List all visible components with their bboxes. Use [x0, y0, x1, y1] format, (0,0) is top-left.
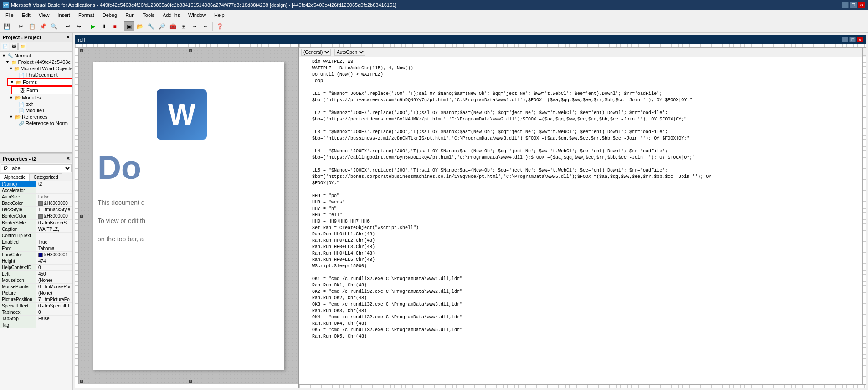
prop-value-height[interactable]: 474: [36, 258, 72, 264]
tree-item-refnorm[interactable]: 🔗 Reference to Norm: [11, 120, 72, 126]
prop-name-caption[interactable]: Caption: [0, 226, 36, 232]
toolbar-props-btn[interactable]: 🔧: [146, 21, 156, 31]
prop-value-specialeffect[interactable]: 0 - fmSpecialEf: [36, 303, 72, 309]
tree-item-module1[interactable]: 📄 Module1: [11, 107, 72, 114]
menu-help[interactable]: Help: [211, 11, 228, 19]
prop-name-picture[interactable]: Picture: [0, 290, 36, 296]
project-panel-close[interactable]: ✕: [66, 35, 70, 40]
sel-handle-bm[interactable]: [189, 380, 192, 383]
prop-value-picture[interactable]: (None): [36, 290, 72, 296]
prop-value-controltiptext[interactable]: [36, 233, 72, 239]
toolbar-projectexp-btn[interactable]: 📂: [135, 21, 145, 31]
toolbar-copy-btn[interactable]: 📋: [27, 21, 37, 31]
prop-name-pictureposition[interactable]: PicturePosition: [0, 296, 36, 302]
menu-addins[interactable]: Add-Ins: [159, 11, 184, 19]
sel-handle-tm[interactable]: [189, 49, 192, 52]
prop-name-specialeffect[interactable]: SpecialEffect: [0, 303, 36, 309]
prop-name-height[interactable]: Height: [0, 258, 36, 264]
prop-name-font[interactable]: Font: [0, 245, 36, 251]
menu-edit[interactable]: Edit: [18, 11, 34, 19]
prop-value-font[interactable]: Tahoma: [36, 245, 72, 251]
prop-value-tabindex[interactable]: 0: [36, 309, 72, 315]
outer-close-button[interactable]: ✕: [858, 2, 865, 8]
menu-file[interactable]: File: [2, 11, 17, 19]
prop-name-backcolor[interactable]: BackColor: [0, 200, 36, 206]
tree-item-project[interactable]: ▼ 📁 Project (449fc42c5403c: [4, 59, 72, 65]
code-text-area[interactable]: Dim WAITPLZ, WS WAITPLZ = DateAdd(Chr(11…: [299, 57, 866, 388]
sel-handle-ml[interactable]: [80, 215, 83, 218]
prop-name-left[interactable]: Left: [0, 271, 36, 277]
toolbar-save-btn[interactable]: 💾: [2, 21, 12, 31]
tree-item-form[interactable]: 🖼 Form: [11, 86, 72, 94]
code-minimize-button[interactable]: ─: [842, 37, 848, 42]
prop-value-autosize[interactable]: False: [36, 194, 72, 200]
code-close-button[interactable]: ✕: [857, 37, 863, 42]
outer-restore-button[interactable]: ❐: [850, 2, 857, 8]
code-module-select[interactable]: (General): [301, 49, 331, 56]
toolbar-run-btn[interactable]: ▶: [88, 21, 98, 31]
toolbar-toolbox-btn[interactable]: 🧰: [168, 21, 178, 31]
menu-format[interactable]: Format: [75, 11, 98, 19]
prop-name-mouseicon[interactable]: MouseIcon: [0, 277, 36, 283]
menu-insert[interactable]: Insert: [54, 11, 74, 19]
prop-value-backcolor[interactable]: &H8000000: [36, 200, 72, 206]
prop-name-tag[interactable]: Tag: [0, 322, 36, 328]
toolbar-find-btn[interactable]: 🔍: [49, 21, 59, 31]
toolbar-refgrid-btn[interactable]: ⊞: [179, 21, 189, 31]
prop-value-caption[interactable]: WAITPLZ,: [36, 226, 72, 232]
prop-name-tabstop[interactable]: TabStop: [0, 316, 36, 322]
prop-value-helpcontextid[interactable]: 0: [36, 265, 72, 270]
prop-value-tag[interactable]: [36, 322, 72, 328]
toolbar-paste-btn[interactable]: 📌: [38, 21, 48, 31]
prop-value-bordercolor[interactable]: &H8000000: [36, 213, 72, 219]
prop-name-bordercolor[interactable]: BorderColor: [0, 213, 36, 219]
tab-alphabetic[interactable]: Alphabetic: [0, 173, 30, 181]
prop-value-enabled[interactable]: True: [36, 239, 72, 245]
toolbar-forward-btn[interactable]: →: [190, 21, 200, 31]
tree-item-references[interactable]: ▼ 📂 References: [7, 114, 72, 120]
outer-minimize-button[interactable]: ─: [842, 2, 849, 8]
prop-name-controltiptext[interactable]: ControlTipText: [0, 233, 36, 239]
prop-value-mouseicon[interactable]: (None): [36, 277, 72, 283]
prop-value-tabstop[interactable]: False: [36, 316, 72, 322]
tree-item-normal[interactable]: ▼ 🔧 Normal: [0, 52, 72, 59]
code-restore-button[interactable]: ❐: [849, 37, 856, 42]
properties-object-select[interactable]: t2 Label: [1, 164, 72, 172]
prop-value-borderstyle[interactable]: 0 - fmBorderSt: [36, 220, 72, 226]
toolbar-objbrowse-btn[interactable]: 🔎: [157, 21, 167, 31]
prop-value-left[interactable]: 450: [36, 271, 72, 277]
toolbar-back-btn[interactable]: ←: [200, 21, 211, 31]
prop-name-autosize[interactable]: AutoSize: [0, 194, 36, 200]
prop-name-accelerator[interactable]: Accelerator: [0, 187, 36, 193]
toolbar-undo-btn[interactable]: ↩: [63, 21, 73, 31]
tree-item-modules[interactable]: ▼ 📂 Modules: [7, 94, 72, 101]
code-proc-select[interactable]: AutoOpen: [334, 49, 365, 56]
proj-view-object-btn[interactable]: 🖼: [10, 43, 18, 50]
sel-handle-tl[interactable]: [80, 49, 83, 52]
toolbar-redo-btn[interactable]: ↪: [74, 21, 84, 31]
prop-name-helpcontextid[interactable]: HelpContextID: [0, 265, 36, 270]
prop-value-name[interactable]: t2: [36, 181, 72, 187]
properties-panel-close[interactable]: ✕: [66, 156, 70, 161]
menu-tools[interactable]: Tools: [139, 11, 158, 19]
prop-value-backstyle[interactable]: 1 - fmBackStyle: [36, 207, 72, 213]
prop-name-name[interactable]: (Name): [0, 181, 36, 187]
proj-view-code-btn[interactable]: 📄: [1, 43, 9, 50]
prop-name-mousepointer[interactable]: MousePointer: [0, 284, 36, 290]
prop-value-mousepointer[interactable]: 0 - fmMousePoi: [36, 284, 72, 290]
toolbar-help-btn[interactable]: ❓: [215, 21, 225, 31]
prop-name-tabindex[interactable]: TabIndex: [0, 309, 36, 315]
prop-value-forecolor[interactable]: &H8000001: [36, 252, 72, 258]
toolbar-stop-btn[interactable]: ■: [110, 21, 120, 31]
toolbar-pause-btn[interactable]: ⏸: [99, 21, 109, 31]
menu-view[interactable]: View: [35, 11, 53, 19]
tree-item-bxh[interactable]: 📄 bxh: [11, 101, 72, 107]
toolbar-design-btn[interactable]: ▣: [124, 21, 134, 31]
sel-handle-bl[interactable]: [80, 380, 83, 383]
toolbar-cut-btn[interactable]: ✂: [16, 21, 26, 31]
code-editor[interactable]: (General) AutoOpen Dim WAITPLZ, WS WAITP…: [298, 44, 866, 388]
menu-debug[interactable]: Debug: [99, 11, 121, 19]
menu-window[interactable]: Window: [185, 11, 210, 19]
tree-item-word-objects[interactable]: ▼ 📂 Microsoft Word Objects: [7, 65, 72, 72]
proj-toggle-folders-btn[interactable]: 📁: [18, 43, 26, 50]
